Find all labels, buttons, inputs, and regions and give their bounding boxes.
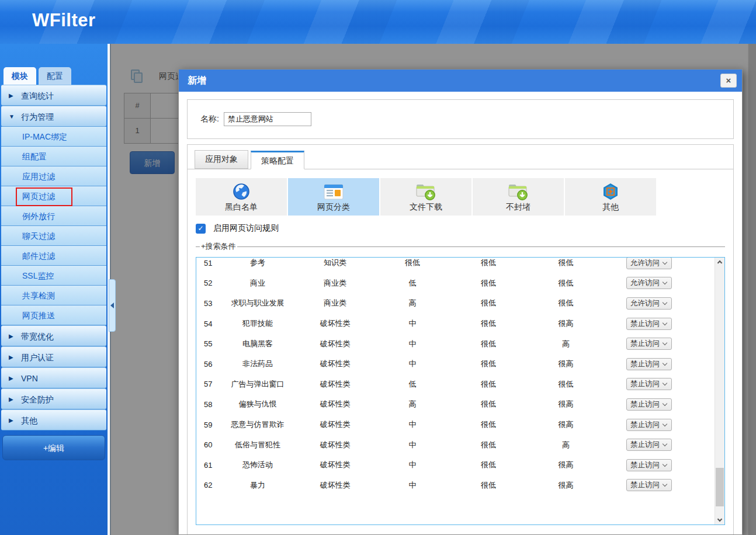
- sidebar-item-ssl-monitor[interactable]: SSL监控: [1, 266, 106, 286]
- category-name: 暴力: [220, 480, 296, 491]
- access-select[interactable]: 禁止访问: [626, 419, 672, 431]
- row-number: 61: [196, 461, 220, 470]
- sidebar-item-group-config[interactable]: 组配置: [1, 147, 106, 166]
- chevron-down-icon: [663, 421, 667, 426]
- level-3: 很高: [526, 480, 605, 491]
- category-group: 破坏性类: [296, 399, 374, 409]
- level-2: 很低: [450, 440, 526, 450]
- access-select[interactable]: 禁止访问: [626, 439, 672, 451]
- chevron-down-icon: [663, 320, 667, 325]
- sidebar-item-label: 组配置: [22, 152, 47, 161]
- category-name: 恐怖活动: [220, 460, 296, 470]
- level-2: 很低: [450, 318, 526, 329]
- chevron-down-icon: [663, 361, 667, 366]
- policy-type-no-block[interactable]: 不封堵: [473, 178, 564, 216]
- close-icon[interactable]: ×: [720, 74, 737, 88]
- level-1: 中: [374, 460, 450, 470]
- sidebar-item-query-stats[interactable]: ▶查询统计: [1, 85, 106, 106]
- policy-type-web-category[interactable]: 网页分类: [288, 178, 379, 216]
- scroll-up-icon[interactable]: [715, 258, 724, 267]
- row-number: 59: [196, 421, 220, 429]
- edit-button[interactable]: +编辑: [2, 435, 105, 460]
- level-2: 很低: [450, 359, 526, 369]
- sidebar-item-others[interactable]: ▶其他: [1, 409, 106, 430]
- chevron-down-icon: [663, 442, 667, 446]
- sidebar-item-behavior-mgmt[interactable]: ▼行为管理: [1, 106, 106, 127]
- category-group: 破坏性类: [296, 318, 374, 329]
- sidebar-item-label: SSL监控: [22, 271, 54, 280]
- category-row: 58偏狭与仇恨破坏性类高很低很高禁止访问: [196, 394, 715, 415]
- folder-download-icon: [508, 182, 528, 202]
- sidebar-item-ip-mac-binding[interactable]: IP-MAC绑定: [1, 127, 106, 147]
- level-1: 中: [374, 359, 450, 369]
- sidebar-item-vpn[interactable]: ▶VPN: [1, 367, 106, 388]
- sidebar-tab-config[interactable]: 配置: [39, 67, 71, 85]
- level-3: 很低: [526, 278, 605, 289]
- sidebar-item-label: VPN: [21, 374, 38, 383]
- policy-type-label: 网页分类: [317, 202, 350, 213]
- access-select[interactable]: 禁止访问: [626, 338, 672, 350]
- category-row: 57广告与弹出窗口破坏性类低很低很低禁止访问: [196, 374, 715, 395]
- access-select-value: 禁止访问: [627, 359, 663, 369]
- sidebar-collapse-handle[interactable]: [109, 279, 116, 332]
- access-select[interactable]: 禁止访问: [626, 459, 672, 471]
- row-number: 53: [196, 299, 220, 308]
- category-group: 破坏性类: [296, 440, 374, 450]
- name-input[interactable]: [224, 112, 311, 126]
- level-3: 很高: [526, 460, 605, 470]
- sidebar-item-bandwidth-opt[interactable]: ▶带宽优化: [1, 325, 106, 346]
- access-select-value: 允许访问: [627, 298, 663, 308]
- level-3: 很高: [526, 399, 605, 409]
- triangle-right-icon: ▶: [9, 368, 13, 389]
- triangle-right-icon: ▶: [9, 389, 13, 410]
- sidebar-item-user-auth[interactable]: ▶用户认证: [1, 346, 106, 367]
- dialog-title: 新增: [188, 75, 206, 85]
- access-select[interactable]: 禁止访问: [626, 358, 672, 370]
- category-row: 53求职与职业发展商业类高很低很低允许访问: [196, 293, 715, 314]
- category-name: 广告与弹出窗口: [220, 379, 296, 390]
- sidebar-item-app-filter[interactable]: 应用过滤: [1, 166, 106, 186]
- sidebar-item-chat-filter[interactable]: 聊天过滤: [1, 226, 106, 246]
- sidebar-item-label: 应用过滤: [22, 172, 55, 181]
- access-select[interactable]: 禁止访问: [626, 378, 672, 390]
- access-select[interactable]: 允许访问: [626, 297, 672, 310]
- sidebar-tab-modules[interactable]: 模块: [4, 67, 36, 85]
- collapse-left-icon: [110, 303, 114, 308]
- access-select-value: 允许访问: [627, 258, 663, 268]
- access-select[interactable]: 禁止访问: [626, 479, 672, 491]
- tab-apply-target[interactable]: 应用对象: [195, 150, 248, 169]
- access-select[interactable]: 禁止访问: [626, 318, 672, 330]
- access-select[interactable]: 禁止访问: [626, 398, 672, 411]
- scroll-down-icon[interactable]: [715, 515, 724, 524]
- enable-rule-checkbox[interactable]: ✓: [196, 224, 206, 234]
- search-conditions-label[interactable]: +搜索条件: [201, 241, 236, 252]
- policy-type-label: 文件下载: [410, 202, 442, 213]
- level-2: 很低: [450, 399, 526, 409]
- sidebar-item-share-detect[interactable]: 共享检测: [1, 286, 106, 305]
- access-select[interactable]: 允许访问: [626, 257, 672, 269]
- policy-type-other[interactable]: 其他: [565, 178, 656, 216]
- category-table-scrollbar[interactable]: [715, 258, 724, 524]
- policy-type-file-download[interactable]: 文件下载: [380, 178, 471, 216]
- sidebar-item-label: 其他: [21, 416, 37, 425]
- sidebar-item-security[interactable]: ▶安全防护: [1, 388, 106, 409]
- category-group: 破坏性类: [296, 359, 374, 369]
- level-3: 高: [526, 339, 605, 349]
- access-select-value: 禁止访问: [627, 440, 663, 450]
- category-row: 60低俗与冒犯性破坏性类中很低高禁止访问: [196, 435, 715, 455]
- sidebar-item-exception-allow[interactable]: 例外放行: [1, 206, 106, 226]
- category-group: 破坏性类: [296, 480, 374, 491]
- sidebar-item-mail-filter[interactable]: 邮件过滤: [1, 246, 106, 266]
- access-select[interactable]: 允许访问: [626, 277, 672, 289]
- sidebar-item-web-push[interactable]: 网页推送: [1, 305, 106, 325]
- level-2: 很低: [450, 419, 526, 430]
- sidebar-item-web-filter[interactable]: 网页过滤: [1, 186, 106, 206]
- category-name: 非法药品: [220, 359, 296, 369]
- tab-policy-config[interactable]: 策略配置: [251, 151, 304, 169]
- access-select-value: 禁止访问: [627, 420, 663, 430]
- chevron-down-icon: [663, 381, 667, 385]
- category-group: 破坏性类: [296, 460, 374, 470]
- policy-type-blacklist-whitelist[interactable]: 黑白名单: [196, 178, 287, 216]
- scrollbar-thumb[interactable]: [716, 468, 724, 506]
- sidebar-item-label: 聊天过滤: [22, 231, 55, 241]
